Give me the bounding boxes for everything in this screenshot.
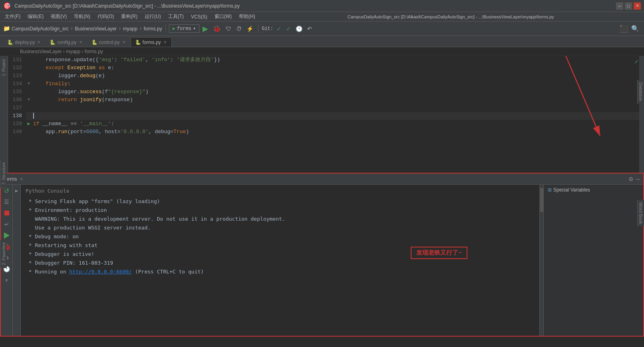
panel-minimize-button[interactable]: ─ bbox=[636, 176, 640, 182]
play-icon bbox=[4, 232, 10, 239]
structure-tab[interactable]: 7: Structure bbox=[0, 160, 7, 188]
annotation-text: 发现老铁又行了~ bbox=[416, 249, 462, 256]
console-output: Python Console * Serving Flask app "form… bbox=[21, 185, 539, 336]
forms-panel-close[interactable]: ✕ bbox=[20, 176, 23, 181]
play-green-button[interactable] bbox=[2, 231, 11, 240]
menu-run[interactable]: 运行(U) bbox=[141, 12, 164, 21]
breadcrumb-sep3: › bbox=[139, 26, 142, 32]
tab-control[interactable]: 🐍 control.py ✕ bbox=[87, 37, 131, 47]
menu-code[interactable]: 代码(O) bbox=[94, 12, 117, 21]
coverage-button[interactable]: 🛡 bbox=[224, 25, 233, 33]
code-editor: 1: Project 131 response.update({'msg': '… bbox=[0, 56, 644, 191]
menu-bar: 文件(F) 编辑(E) 视图(V) 导航(N) 代码(O) 重构(R) 运行(U… bbox=[0, 12, 644, 22]
git-check-button[interactable]: ✓ bbox=[275, 25, 283, 33]
code-line-137: 137 bbox=[8, 104, 639, 112]
deploy-tab-close[interactable]: ✕ bbox=[36, 40, 41, 44]
code-line-140: 140 app.run(port=6600, host='0.0.0.0', d… bbox=[8, 128, 639, 136]
code-line-139: 139 ▶ if __name__ == '__main__': bbox=[8, 120, 639, 128]
git-undo-button[interactable]: ↶ bbox=[306, 25, 314, 33]
wrap-button[interactable]: ↵ bbox=[2, 220, 11, 229]
tab-config[interactable]: 🐍 config.py ✕ bbox=[46, 37, 87, 47]
file-name-breadcrumb: forms.py bbox=[144, 26, 162, 32]
config-tab-icon: 🐍 bbox=[50, 40, 56, 45]
menu-nav[interactable]: 导航(N) bbox=[71, 12, 93, 21]
control-tab-icon: 🐍 bbox=[91, 40, 97, 45]
forms-tab-close[interactable]: ✕ bbox=[163, 40, 167, 44]
menu-refactor[interactable]: 重构(R) bbox=[118, 12, 141, 21]
toolbar: 📁 CampusDailyAutoSign_src › BusinessView… bbox=[0, 22, 644, 36]
favorites-tab[interactable]: 2: Favorites bbox=[0, 240, 7, 268]
app-icon: 🎯 bbox=[3, 2, 11, 10]
special-vars-header: ⊞ Special Variables bbox=[544, 185, 643, 195]
close-button[interactable]: ✕ bbox=[634, 2, 641, 10]
control-tab-label: control.py bbox=[99, 40, 120, 45]
search-everywhere-button[interactable]: 🔍 bbox=[630, 24, 641, 33]
console-line-3: WARNING: This is a development server. D… bbox=[26, 215, 535, 223]
tab-deploy[interactable]: 🐍 deploy.py ✕ bbox=[3, 37, 46, 47]
expand-icon: ▶ bbox=[15, 188, 18, 194]
toolbar-list-button[interactable]: ☰ bbox=[2, 197, 11, 206]
menu-help[interactable]: 帮助(H) bbox=[236, 12, 258, 21]
breadcrumb-path: BusinessViewLayer › myapp › forms.py bbox=[20, 49, 103, 54]
title-bar-title: CampusDailyAutoSign_src [D:\Alkaid\Campu… bbox=[14, 3, 240, 9]
config-tab-label: config.py bbox=[57, 40, 76, 45]
git-history-button[interactable]: 🕐 bbox=[294, 25, 304, 33]
panel-settings-button[interactable]: ⚙ bbox=[628, 176, 634, 182]
concurrency-button[interactable]: ⚡ bbox=[245, 25, 255, 33]
code-line-135: 135 logger.success(f"{response}") bbox=[8, 88, 639, 96]
run-button[interactable]: ▶ bbox=[201, 24, 210, 34]
control-tab-close[interactable]: ✕ bbox=[121, 40, 126, 44]
menu-file[interactable]: 文件(F) bbox=[2, 12, 24, 21]
breadcrumb-sep1: › bbox=[70, 26, 74, 32]
special-variables-panel: ⊞ Special Variables bbox=[543, 185, 643, 336]
git-section: Git: ✓ ✓ 🕐 ↶ bbox=[262, 25, 314, 33]
tab-bar: 🐍 deploy.py ✕ 🐍 config.py ✕ 🐍 control.py… bbox=[0, 36, 644, 47]
wordbook-tab[interactable]: Word Book bbox=[637, 200, 644, 226]
console-line-8: * Debugger PIN: 161-803-319 bbox=[26, 259, 535, 267]
config-tab-close[interactable]: ✕ bbox=[78, 40, 83, 44]
run-panel: forms ✕ ⚙ ─ ↺ ☰ ↵ bbox=[0, 173, 644, 337]
git-check2-button[interactable]: ✓ bbox=[284, 25, 292, 33]
server-link[interactable]: http://0.0.0.0:6600/ bbox=[70, 269, 132, 275]
forms-tab-icon: 🐍 bbox=[135, 40, 141, 45]
debug-button[interactable]: 🐞 bbox=[211, 24, 223, 33]
stop-button[interactable] bbox=[2, 209, 11, 217]
editor-check-icon: ✓ bbox=[634, 58, 638, 66]
tab-forms[interactable]: 🐍 forms.py ✕ bbox=[131, 37, 172, 47]
rerun-icon: ↺ bbox=[4, 187, 9, 195]
dropdown-arrow: ▾ bbox=[193, 26, 196, 32]
expand-panel-button[interactable]: ▶ bbox=[13, 185, 21, 336]
jetbrains-icon: ⬛ bbox=[619, 24, 628, 33]
menu-window[interactable]: 窗口(W) bbox=[211, 12, 235, 21]
console-line-9: * Running on http://0.0.0.0:6600/ (Press… bbox=[26, 267, 535, 276]
deploy-tab-icon: 🐍 bbox=[7, 40, 13, 45]
menu-vcs[interactable]: VCS(S) bbox=[188, 13, 211, 20]
breadcrumb-bar: BusinessViewLayer › myapp › forms.py bbox=[0, 47, 644, 56]
add-icon: + bbox=[5, 277, 8, 284]
code-lines-area: 131 response.update({'msg': 'failed', 'i… bbox=[8, 56, 639, 191]
add-tool-button[interactable]: + bbox=[2, 276, 11, 285]
code-line-131: 131 response.update({'msg': 'failed', 'i… bbox=[8, 56, 639, 64]
stop-icon bbox=[4, 211, 9, 215]
git-label: Git: bbox=[262, 26, 273, 32]
menu-view[interactable]: 视图(V) bbox=[48, 12, 70, 21]
code-line-133: 133 logger.debug(e) bbox=[8, 72, 639, 80]
database-tab[interactable]: Database bbox=[637, 80, 644, 104]
profile-button[interactable]: ⏱ bbox=[235, 25, 243, 33]
menu-edit[interactable]: 编辑(E) bbox=[24, 12, 47, 21]
console-title: Python Console bbox=[26, 188, 535, 194]
run-icon: ▶ bbox=[173, 26, 175, 32]
code-line-132: 132 except Exception as e: bbox=[8, 64, 639, 72]
console-scrollbar[interactable] bbox=[539, 185, 543, 336]
project-icon: 📁 bbox=[3, 25, 10, 32]
run-panel-body: ↺ ☰ ↵ 🐞 ⚙ bbox=[1, 185, 643, 336]
run-config-name: forms bbox=[177, 26, 191, 32]
minimize-button[interactable]: ─ bbox=[616, 2, 623, 10]
code-scrollbar[interactable] bbox=[639, 56, 644, 191]
run-config-selector[interactable]: ▶ forms ▾ bbox=[169, 24, 199, 33]
annotation-box: 发现老铁又行了~ bbox=[411, 247, 467, 259]
menu-tools[interactable]: 工具(T) bbox=[165, 12, 187, 21]
title-bar-left: 🎯 CampusDailyAutoSign_src [D:\Alkaid\Cam… bbox=[3, 2, 240, 10]
project-tab[interactable]: 1: Project bbox=[1, 58, 7, 78]
maximize-button[interactable]: □ bbox=[625, 2, 632, 10]
